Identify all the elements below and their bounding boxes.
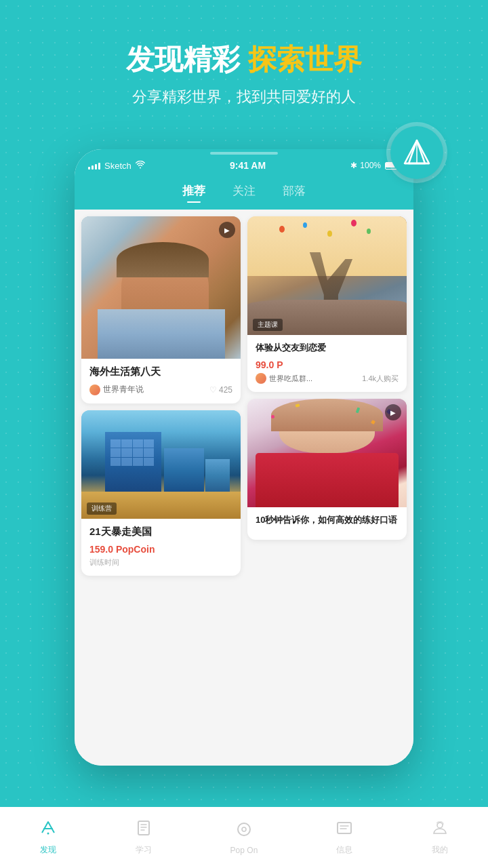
card-building[interactable]: 训练营 21天暴走美国 159.0 PopCoin 训练时间: [81, 410, 241, 576]
card-couple-title: 体验从交友到恋爱: [256, 342, 399, 354]
phone-frame: Sketch 9:41 AM ✱ 100% 推荐 关注 部落: [75, 149, 413, 766]
card-girl-body: 10秒钟告诉你，如何高效的练好口语: [247, 507, 407, 540]
signal-bars: [88, 161, 100, 170]
nav-item-discover[interactable]: 发现: [39, 819, 57, 856]
card-man-image: ▶: [81, 216, 241, 359]
tab-recommend[interactable]: 推荐: [182, 183, 205, 201]
nav-item-study[interactable]: 学习: [135, 819, 152, 856]
heart-icon: ♡: [209, 385, 217, 395]
header: 发现精彩 探索世界 分享精彩世界，找到共同爱好的人: [0, 0, 488, 121]
profile-icon: [431, 819, 449, 842]
card-couple-author: 世界吃瓜群...: [256, 373, 312, 384]
card-man-title: 海外生活第八天: [89, 366, 232, 378]
left-column: ▶ 海外生活第八天 世界青年说 ♡ 425: [81, 216, 241, 759]
nav-label-messages: 信息: [336, 844, 352, 856]
content-grid: ▶ 海外生活第八天 世界青年说 ♡ 425: [75, 210, 413, 766]
svg-point-14: [437, 823, 443, 828]
nav-label-popon: Pop On: [230, 846, 258, 855]
status-time: 9:41 AM: [230, 160, 266, 171]
nav-label-study: 学习: [136, 844, 152, 856]
building-badge: 训练营: [87, 502, 117, 515]
card-couple-price: 99.0 P: [256, 359, 399, 370]
author-avatar: [89, 384, 100, 395]
card-man-meta: 世界青年说 ♡ 425: [89, 384, 232, 395]
card-man-video[interactable]: ▶ 海外生活第八天 世界青年说 ♡ 425: [81, 216, 241, 403]
tab-follow[interactable]: 关注: [232, 183, 256, 201]
card-girl-image: ▶: [247, 399, 407, 507]
play-button-girl[interactable]: ▶: [385, 404, 401, 420]
carrier-label: Sketch: [104, 161, 131, 171]
discover-icon: [39, 819, 57, 842]
header-title-yellow: 探索世界: [248, 43, 362, 75]
card-building-body: 21天暴走美国 159.0 PopCoin 训练时间: [81, 519, 241, 576]
header-title: 发现精彩 探索世界: [0, 41, 488, 79]
card-man-author: 世界青年说: [89, 384, 144, 395]
status-bar: Sketch 9:41 AM ✱ 100%: [75, 155, 413, 176]
nav-item-messages[interactable]: 信息: [336, 819, 353, 856]
svg-rect-5: [138, 821, 149, 835]
card-couple-body: 体验从交友到恋爱 99.0 P 世界吃瓜群... 1.4k人购买: [247, 335, 407, 392]
card-girl[interactable]: ▶ 10秒钟告诉你，如何高效的练好口语: [247, 399, 407, 540]
card-building-price: 159.0 PopCoin: [89, 544, 232, 555]
tent-icon: [402, 138, 432, 167]
nav-item-popon[interactable]: Pop On: [230, 821, 258, 855]
tent-icon-circle: [386, 122, 447, 183]
card-couple-image: 主题课: [247, 216, 407, 335]
header-subtitle: 分享精彩世界，找到共同爱好的人: [0, 87, 488, 107]
messages-icon: [336, 819, 353, 842]
couple-badge: 主题课: [253, 319, 283, 331]
card-building-subtitle: 训练时间: [89, 557, 232, 568]
card-couple-buyers: 1.4k人购买: [362, 374, 399, 384]
card-building-title: 21天暴走美国: [89, 526, 232, 538]
card-building-image: 训练营: [81, 410, 241, 519]
battery-label: 100%: [360, 161, 381, 170]
card-man-likes: ♡ 425: [209, 385, 232, 395]
status-left: Sketch: [88, 161, 145, 171]
card-girl-title: 10秒钟告诉你，如何高效的练好口语: [256, 514, 399, 526]
svg-point-4: [47, 833, 49, 835]
play-button-man[interactable]: ▶: [219, 222, 235, 238]
phone-mockup: Sketch 9:41 AM ✱ 100% 推荐 关注 部落: [75, 149, 413, 766]
nav-label-profile: 我的: [432, 844, 448, 856]
card-man-body: 海外生活第八天 世界青年说 ♡ 425: [81, 359, 241, 403]
right-column: 主题课 体验从交友到恋爱 99.0 P 世界吃瓜群... 1.4k人购买: [247, 216, 407, 759]
svg-point-10: [242, 827, 246, 831]
couple-author-avatar: [256, 373, 266, 384]
wifi-icon: [136, 161, 145, 171]
card-couple-meta: 世界吃瓜群... 1.4k人购买: [256, 373, 399, 384]
study-icon: [135, 819, 152, 842]
svg-point-9: [238, 823, 250, 835]
svg-rect-11: [338, 823, 351, 833]
bottom-nav-bar: 发现 学习 Pop On 信息 我的: [0, 807, 488, 868]
nav-item-profile[interactable]: 我的: [431, 819, 449, 856]
nav-label-discover: 发现: [40, 844, 56, 856]
phone-tab-bar: 推荐 关注 部落: [75, 176, 413, 210]
tab-tribe[interactable]: 部落: [283, 183, 306, 201]
header-title-white: 发现精彩: [126, 43, 240, 75]
bluetooth-icon: ✱: [350, 161, 357, 170]
card-couple[interactable]: 主题课 体验从交友到恋爱 99.0 P 世界吃瓜群... 1.4k人购买: [247, 216, 407, 392]
popon-icon: [235, 821, 253, 843]
